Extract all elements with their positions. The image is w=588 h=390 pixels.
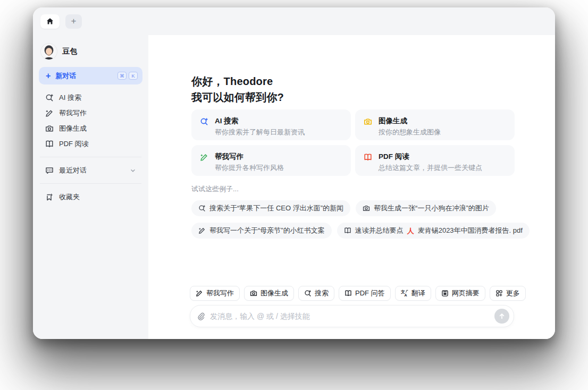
sidebar-item-label: 图像生成 <box>59 124 87 133</box>
tab-bar: + <box>33 7 555 35</box>
card-desc: 按你的想象生成图像 <box>379 128 441 137</box>
profile-row[interactable]: 豆包 <box>39 40 142 67</box>
avatar <box>41 44 57 60</box>
skill-chip-pdf-qa[interactable]: PDF 问答 <box>339 286 391 301</box>
sidebar-item-label: 最近对话 <box>59 166 87 175</box>
more-grid-icon <box>495 290 503 297</box>
chat-bubble-icon <box>45 166 54 175</box>
pdf-file-icon: 人 <box>407 227 414 234</box>
svg-text:A: A <box>404 293 407 297</box>
card-desc: 帮你搜索并了解每日最新资讯 <box>215 128 305 137</box>
shortcut-keys: ⌘ K <box>117 72 138 80</box>
example-chip-generate-image[interactable]: 帮我生成一张“一只小狗在冲浪”的图片 <box>356 200 496 216</box>
bookmark-icon <box>45 193 54 201</box>
open-book-icon <box>45 140 54 148</box>
greeting-line-2: 我可以如何帮到你? <box>191 89 515 105</box>
translate-icon: 文 A <box>401 290 408 297</box>
chip-label: 帮我写一个关于“母亲节”的小红书文案 <box>209 226 325 235</box>
skill-chip-web-summary[interactable]: 网页摘要 <box>435 286 485 301</box>
webpage-icon <box>441 290 449 297</box>
chip-label: 搜索关于“苹果下一任 CEO 浮出水面”的新闻 <box>209 204 343 213</box>
paperclip-icon[interactable] <box>197 312 205 320</box>
message-input-bar[interactable] <box>190 305 514 327</box>
card-title: AI 搜索 <box>215 116 305 125</box>
message-input[interactable] <box>210 312 494 320</box>
card-pdf-read[interactable]: PDF 阅读 总结这篇文章，并提供一些关键点 <box>355 145 515 176</box>
camera-icon <box>45 124 54 133</box>
main-content: 你好，Theodore 我可以如何帮到你? AI 搜索 帮你搜索并了解 <box>148 35 555 339</box>
skill-chip-more[interactable]: 更多 <box>490 286 526 301</box>
tab-home[interactable] <box>40 14 60 29</box>
send-button[interactable] <box>494 309 509 324</box>
greeting-line-1: 你好，Theodore <box>191 73 515 89</box>
sidebar-item-write[interactable]: 帮我写作 <box>39 105 142 121</box>
skill-label: 更多 <box>506 289 520 298</box>
card-write[interactable]: 帮我写作 帮你提升各种写作风格 <box>191 145 351 176</box>
sidebar-item-favorites[interactable]: 收藏夹 <box>39 189 142 205</box>
skill-chip-translate[interactable]: 文 A 翻译 <box>395 286 431 301</box>
skill-label: 图像生成 <box>261 289 288 298</box>
write-pen-icon <box>196 290 203 297</box>
open-book-icon <box>364 153 372 169</box>
card-ai-search[interactable]: AI 搜索 帮你搜索并了解每日最新资讯 <box>191 109 351 140</box>
card-title: 图像生成 <box>379 116 441 125</box>
page-background: + <box>0 0 588 390</box>
open-book-icon <box>344 227 351 234</box>
command-key-icon: ⌘ <box>117 72 127 80</box>
sidebar-divider <box>40 157 141 157</box>
example-chip-summarize-pdf[interactable]: 速读并总结要点 人 麦肯锡2023年中国消费者报告. pdf <box>337 223 530 239</box>
chevron-down-icon[interactable] <box>130 167 136 174</box>
skill-chips-row: 帮我写作 图像生成 <box>190 286 514 301</box>
skill-label: PDF 问答 <box>355 289 385 298</box>
sidebar: 豆包 + 新对话 ⌘ K AI 搜索 <box>33 35 148 339</box>
sidebar-item-label: AI 搜索 <box>59 93 81 103</box>
app-window: + <box>33 7 555 339</box>
arrow-up-icon <box>498 312 506 320</box>
plus-icon: + <box>71 16 77 27</box>
write-pen-icon <box>45 109 54 117</box>
example-chip-write-post[interactable]: 帮我写一个关于“母亲节”的小红书文案 <box>191 223 332 239</box>
write-pen-icon <box>198 227 206 234</box>
examples-hint: 试试这些例子... <box>191 184 515 194</box>
skill-label: 帮我写作 <box>206 289 234 298</box>
sidebar-item-ai-search[interactable]: AI 搜索 <box>39 90 142 105</box>
skill-label: 翻译 <box>411 289 425 298</box>
new-tab-button[interactable]: + <box>65 14 82 29</box>
write-pen-icon <box>200 153 208 169</box>
example-chip-search-news[interactable]: 搜索关于“苹果下一任 CEO 浮出水面”的新闻 <box>191 200 350 216</box>
profile-name: 豆包 <box>62 47 77 56</box>
home-icon <box>46 18 54 25</box>
skill-chip-search[interactable]: 搜索 <box>298 286 334 301</box>
new-chat-button[interactable]: + 新对话 ⌘ K <box>39 67 142 84</box>
chip-label: 帮我生成一张“一只小狗在冲浪”的图片 <box>374 204 489 213</box>
sidebar-item-recent-chats[interactable]: 最近对话 <box>39 163 142 178</box>
card-desc: 帮你提升各种写作风格 <box>215 163 284 173</box>
open-book-icon <box>345 290 352 297</box>
sidebar-item-image-gen[interactable]: 图像生成 <box>39 121 142 136</box>
ai-search-icon <box>304 290 312 297</box>
feature-cards: AI 搜索 帮你搜索并了解每日最新资讯 图像生成 <box>191 109 515 176</box>
skill-chip-image-gen[interactable]: 图像生成 <box>244 286 294 301</box>
sidebar-item-label: 收藏夹 <box>59 192 80 202</box>
card-image-gen[interactable]: 图像生成 按你的想象生成图像 <box>355 109 515 140</box>
card-title: 帮我写作 <box>215 152 284 161</box>
sidebar-item-pdf-read[interactable]: PDF 阅读 <box>39 136 142 151</box>
skill-label: 网页摘要 <box>452 289 480 298</box>
ai-search-icon <box>45 94 54 102</box>
ai-search-icon <box>198 205 206 212</box>
sidebar-item-label: PDF 阅读 <box>59 139 89 149</box>
example-chips-row-2: 帮我写一个关于“母亲节”的小红书文案 速读并总结要点 人 麦肯锡2023年中国消… <box>191 223 515 239</box>
example-chips-row-1: 搜索关于“苹果下一任 CEO 浮出水面”的新闻 帮我生成一张“一只小狗在冲浪”的… <box>191 200 515 216</box>
skill-chip-write[interactable]: 帮我写作 <box>190 286 240 301</box>
camera-icon <box>364 117 372 133</box>
camera-icon <box>363 205 370 212</box>
new-chat-label: 新对话 <box>55 71 76 81</box>
card-desc: 总结这篇文章，并提供一些关键点 <box>379 163 482 173</box>
sidebar-divider <box>40 183 141 184</box>
k-key-icon: K <box>129 72 138 80</box>
ai-search-icon <box>200 117 208 133</box>
plus-icon: + <box>46 72 51 80</box>
chip-file-name: 麦肯锡2023年中国消费者报告. pdf <box>418 226 523 235</box>
card-title: PDF 阅读 <box>379 152 482 161</box>
sidebar-item-label: 帮我写作 <box>59 108 87 118</box>
